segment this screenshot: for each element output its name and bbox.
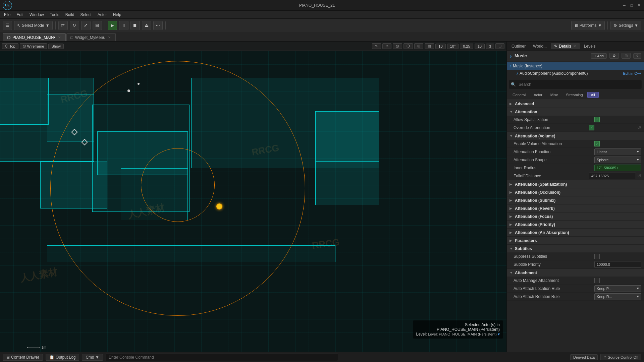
edit-in-cpp-button[interactable]: Edit in C++: [623, 71, 641, 75]
scale-tool-button[interactable]: ⤢: [81, 21, 91, 30]
falloff-distance-input[interactable]: [589, 173, 636, 179]
inner-radius-input[interactable]: [594, 165, 641, 171]
menu-actor[interactable]: Actor: [95, 12, 110, 18]
menu-build[interactable]: Build: [63, 12, 77, 18]
tree-item-music-instance[interactable]: ♪ Music (Instance): [507, 62, 644, 70]
falloff-distance-reset[interactable]: ↺: [637, 173, 641, 179]
panel-tab-levels[interactable]: Levels: [581, 43, 599, 49]
hamburger-button[interactable]: ☰: [3, 21, 12, 30]
menu-help[interactable]: Help: [110, 12, 124, 18]
section-attenuation-volume[interactable]: ▼ Attenuation (Volume): [507, 132, 644, 140]
properties-scroll-area[interactable]: ▶ Advanced ▼ Attenuation Allow Spatializ…: [507, 100, 644, 352]
tree-item-audio-component[interactable]: ♪ AudioComponent (AudioComponent0) Edit …: [507, 70, 644, 77]
property-search-input[interactable]: [509, 80, 642, 89]
vp-icon-3[interactable]: ◎: [393, 43, 402, 49]
vp-angle[interactable]: 10°: [447, 44, 459, 49]
subtitle-priority-input[interactable]: [594, 261, 641, 268]
transform-space-button[interactable]: ⊞: [93, 21, 102, 30]
filter-tab-streaming[interactable]: Streaming: [562, 92, 586, 98]
auto-attach-location-value: Keep P...: [597, 287, 611, 291]
stop-button[interactable]: ⏹: [130, 21, 140, 30]
filter-tab-general[interactable]: General: [509, 92, 529, 98]
menu-window[interactable]: Window: [27, 12, 47, 18]
attenuation-function-dropdown[interactable]: Linear ▾: [594, 148, 641, 155]
menu-edit[interactable]: Edit: [14, 12, 26, 18]
section-attenuation-spatialization[interactable]: ▶ Attenuation (Spatialization): [507, 180, 644, 188]
close-button[interactable]: ✕: [637, 3, 641, 8]
panel-help-button[interactable]: ?: [633, 53, 641, 59]
vp-viewport-count[interactable]: 10: [475, 44, 485, 49]
scene-rect-2: [0, 78, 49, 125]
vp-camera-speed[interactable]: 0.25: [460, 44, 473, 49]
details-tab-close[interactable]: ✕: [573, 44, 577, 48]
section-advanced[interactable]: ▶ Advanced: [507, 100, 644, 108]
section-attenuation-submix[interactable]: ▶ Attenuation (Submix): [507, 196, 644, 204]
override-attenuation-reset[interactable]: ↺: [637, 125, 641, 130]
panel-tab-world[interactable]: World...: [530, 43, 550, 49]
vp-icon-6[interactable]: ▤: [425, 43, 434, 49]
viewport[interactable]: ⬡ Top ◎ Wireframe Show ↖ ⊕ ◎ ⬡ ⊞ ▤ 10 10…: [0, 42, 506, 352]
suppress-subtitles-checkbox[interactable]: [594, 254, 600, 259]
tab-widget[interactable]: □ Widget_MyMenu ✕: [66, 33, 116, 41]
section-attenuation-focus[interactable]: ▶ Attenuation (Focus): [507, 212, 644, 220]
filter-tab-misc[interactable]: Misc: [547, 92, 562, 98]
auto-attach-rotation-dropdown[interactable]: Keep R... ▾: [594, 293, 641, 300]
vp-icon-2[interactable]: ⊕: [382, 43, 391, 49]
add-component-button[interactable]: + Add: [591, 53, 606, 59]
section-attenuation-occlusion[interactable]: ▶ Attenuation (Occlusion): [507, 188, 644, 196]
derived-data-button[interactable]: Derived Data: [570, 354, 598, 360]
content-drawer-button[interactable]: ⊞ Content Drawer: [3, 354, 43, 361]
eject-button[interactable]: ⏏: [142, 21, 151, 30]
filter-tab-actor[interactable]: Actor: [530, 92, 546, 98]
platforms-button[interactable]: 🖥 Platforms ▼: [571, 21, 605, 30]
section-parameters[interactable]: ▶ Parameters: [507, 236, 644, 244]
minimize-button[interactable]: ─: [622, 3, 627, 8]
tab-widget-close[interactable]: ✕: [107, 36, 111, 40]
section-attenuation-air-absorption[interactable]: ▶ Attenuation (Air Absorption): [507, 228, 644, 236]
auto-manage-attachment-checkbox[interactable]: [594, 278, 600, 283]
maximize-button[interactable]: □: [629, 3, 634, 8]
panel-tab-outliner[interactable]: Outliner: [508, 43, 529, 49]
menu-select[interactable]: Select: [77, 12, 94, 18]
attenuation-shape-dropdown[interactable]: Sphere ▾: [594, 157, 641, 163]
vp-icon-1[interactable]: ↖: [372, 43, 381, 49]
vp-grid-size[interactable]: 10: [435, 44, 445, 49]
select-mode-button[interactable]: ↖ Select Mode ▼: [14, 21, 53, 30]
tab-main-map[interactable]: ⬡ PIANO_HOUSE_MAIN• ✕: [3, 33, 66, 41]
section-attenuation[interactable]: ▼ Attenuation: [507, 108, 644, 116]
select-mode-label: Select Mode: [22, 23, 44, 28]
pause-button[interactable]: ⏸: [119, 21, 128, 30]
tab-main-close[interactable]: ✕: [57, 36, 61, 40]
settings-button[interactable]: ⚙ Settings ▼: [610, 21, 641, 30]
menu-file[interactable]: File: [1, 12, 13, 18]
vp-icon-4[interactable]: ⬡: [404, 43, 413, 49]
panel-view-button[interactable]: ⊞: [622, 53, 631, 59]
viewport-lit-button[interactable]: ◎ Wireframe: [20, 43, 47, 49]
level-dropdown-icon[interactable]: ▾: [498, 332, 500, 337]
viewport-show-button[interactable]: Show: [48, 44, 64, 49]
enable-volume-attenuation-checkbox[interactable]: [594, 141, 600, 146]
panel-settings-button[interactable]: ⚙: [609, 53, 619, 59]
section-attenuation-priority[interactable]: ▶ Attenuation (Priority): [507, 220, 644, 228]
vp-icon-5[interactable]: ⊞: [414, 43, 423, 49]
section-subtitles[interactable]: ▼ Subtitles: [507, 244, 644, 252]
vp-maximize[interactable]: ⊡: [495, 43, 504, 49]
source-control-button[interactable]: ⊙ Source Control Off: [600, 354, 641, 360]
filter-tab-all[interactable]: All: [587, 92, 599, 98]
menu-tools[interactable]: Tools: [47, 12, 62, 18]
allow-spatialization-checkbox[interactable]: [594, 117, 600, 122]
move-tool-button[interactable]: ⇄: [58, 21, 68, 30]
cmd-button[interactable]: Cmd ▼: [82, 354, 103, 361]
vp-viewport-count-alt[interactable]: 3: [486, 44, 494, 49]
panel-tab-details[interactable]: ✎ Details ✕: [551, 43, 580, 49]
viewport-perspective-button[interactable]: ⬡ Top: [2, 43, 18, 49]
output-log-button[interactable]: 📋 Output Log: [46, 354, 79, 361]
play-button[interactable]: ▶: [108, 21, 117, 30]
console-input[interactable]: [106, 354, 338, 361]
override-attenuation-checkbox[interactable]: [589, 125, 594, 130]
auto-attach-location-dropdown[interactable]: Keep P... ▾: [594, 285, 641, 292]
rotate-tool-button[interactable]: ↻: [70, 21, 79, 30]
play-options-button[interactable]: ⋯: [153, 21, 163, 30]
section-attenuation-reverb[interactable]: ▶ Attenuation (Reverb): [507, 204, 644, 212]
section-attachment[interactable]: ▼ Attachment: [507, 268, 644, 277]
